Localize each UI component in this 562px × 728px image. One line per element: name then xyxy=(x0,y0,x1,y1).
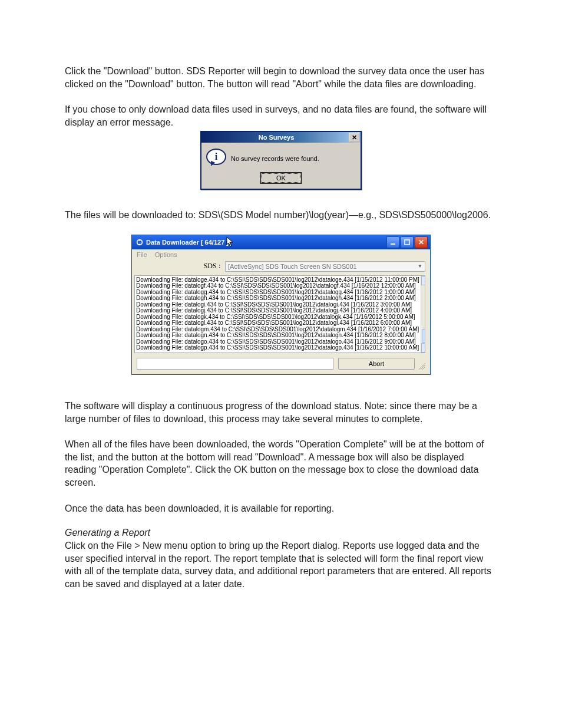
log-line: Downloading File: datalogg.434 to C:\SSI… xyxy=(136,289,419,296)
log-line: Downloading File: datalogf.434 to C:\SSI… xyxy=(136,283,419,289)
section-heading: Generating a Report xyxy=(65,528,497,538)
log-line: Downloading File: datalogm.434 to C:\SSI… xyxy=(136,327,419,333)
log-line: Downloading File: datalogl.434 to C:\SSI… xyxy=(136,320,419,327)
sds-dropdown[interactable]: [ActiveSync] SDS Touch Screen SN SDS001 … xyxy=(225,261,425,272)
dialog-titlebar[interactable]: No Surveys ✕ xyxy=(201,132,361,143)
svg-rect-1 xyxy=(391,243,395,245)
minimize-icon[interactable] xyxy=(386,236,399,248)
paragraph: When all of the files have been download… xyxy=(65,438,497,489)
paragraph: The software will display a continuous p… xyxy=(65,400,497,425)
cursor-icon xyxy=(226,236,234,248)
log-line: Downloading File: datalogj.434 to C:\SSI… xyxy=(136,308,419,314)
sync-icon xyxy=(135,238,144,246)
status-field xyxy=(137,358,333,370)
menu-options[interactable]: Options xyxy=(155,251,177,258)
window-titlebar[interactable]: Data Downloader [ 64/127 ] ✕ xyxy=(132,235,430,249)
paragraph: Click on the File > New menu option to b… xyxy=(65,539,497,590)
no-surveys-dialog: No Surveys ✕ i No survey records were fo… xyxy=(200,131,362,190)
paragraph: If you chose to only download data files… xyxy=(65,103,497,129)
log-line: Downloading File: datalogi.434 to C:\SSI… xyxy=(136,302,419,308)
log-line: Downloading File: dataloge.434 to C:\SSI… xyxy=(136,277,419,284)
dialog-title: No Surveys xyxy=(204,134,349,141)
menubar: File Options xyxy=(132,249,430,260)
log-line: Downloading File: datalogh.434 to C:\SSI… xyxy=(136,295,419,302)
paragraph: The files will be downloaded to: SDS\(SD… xyxy=(65,209,497,222)
maximize-icon[interactable] xyxy=(401,236,414,248)
info-icon: i xyxy=(206,149,225,169)
scroll-thumb[interactable] xyxy=(422,329,425,343)
dialog-message: No survey records were found. xyxy=(231,155,319,162)
menu-file[interactable]: File xyxy=(137,251,147,258)
abort-button[interactable]: Abort xyxy=(338,358,415,370)
chevron-down-icon: ▼ xyxy=(418,263,422,269)
paragraph: Click the "Download" button. SDS Reporte… xyxy=(65,65,497,90)
scrollbar[interactable]: ▲ ▼ xyxy=(421,276,425,353)
paragraph: Once the data has been downloaded, it is… xyxy=(65,502,497,515)
ok-button[interactable]: OK xyxy=(262,173,300,183)
close-icon[interactable]: ✕ xyxy=(349,133,359,142)
resize-grip-icon[interactable] xyxy=(417,361,425,370)
sds-value: [ActiveSync] SDS Touch Screen SN SDS001 xyxy=(228,263,357,270)
close-icon[interactable]: ✕ xyxy=(415,236,428,248)
sds-label: SDS : xyxy=(137,262,225,271)
log-line: Downloading File: datalogk.434 to C:\SSI… xyxy=(136,314,419,321)
data-downloader-window: Data Downloader [ 64/127 ] ✕ File Option… xyxy=(131,235,431,375)
scroll-up-icon[interactable]: ▲ xyxy=(421,276,425,285)
scroll-down-icon[interactable]: ▼ xyxy=(421,343,425,353)
download-log: Downloading File: dataloge.434 to C:\SSI… xyxy=(134,275,425,353)
log-line: Downloading File: datalogo.434 to C:\SSI… xyxy=(136,339,419,345)
svg-rect-2 xyxy=(405,240,409,245)
log-line: Downloading File: datalogn.434 to C:\SSI… xyxy=(136,332,419,339)
window-title: Data Downloader [ 64/127 ] xyxy=(146,239,386,246)
log-line: Downloading File: datalogp.434 to C:\SSI… xyxy=(136,345,419,351)
